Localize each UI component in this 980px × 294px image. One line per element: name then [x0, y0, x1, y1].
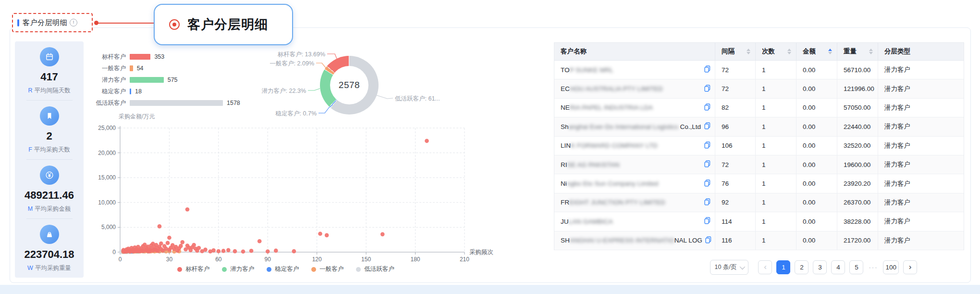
page-button-100[interactable]: 100 [883, 260, 899, 274]
sort-asc-icon[interactable] [828, 49, 832, 51]
svg-text:25,000: 25,000 [98, 125, 116, 131]
sort-control[interactable] [747, 49, 750, 54]
bar-segment[interactable] [130, 100, 223, 106]
table-row[interactable]: LINK FORWARD COMPANY LTD10610.0032520.00… [554, 137, 964, 155]
prev-page-button[interactable]: ‹ [758, 260, 772, 274]
sort-control[interactable] [787, 49, 791, 54]
name-clear-prefix: LIN [561, 142, 571, 149]
sort-desc-icon[interactable] [828, 52, 832, 54]
copy-icon[interactable] [704, 141, 710, 150]
page-button-1[interactable]: 1 [776, 260, 790, 274]
table-row[interactable]: JULAN GAMBICA11410.0038228.00潜力客户 [554, 212, 964, 231]
page-button-4[interactable]: 4 [831, 260, 845, 274]
name-blurred-part: P SUNKE MRL [570, 66, 613, 74]
section-title-box: 客户分层明细 ! [12, 13, 93, 32]
cell-times: 1 [756, 61, 796, 79]
info-icon[interactable]: ! [70, 19, 77, 26]
cell-amount: 0.00 [796, 155, 837, 174]
column-header-2[interactable]: 次数 [756, 43, 796, 60]
bar-segment[interactable] [130, 89, 131, 94]
table-row[interactable]: TOP SUNKE MRL7210.0056710.00潜力客户 [554, 61, 964, 79]
kpi-value: 223704.18 [24, 248, 74, 261]
bar-category-label: 标杆客户 [86, 53, 126, 61]
segment-donut-chart[interactable]: 2578 [320, 56, 379, 115]
cell-amount: 0.00 [796, 193, 837, 212]
kpi-label: F平均采购天数 [28, 146, 70, 154]
name-blurred-part: anghai Ever-Do International Logistics [569, 123, 678, 130]
table-row[interactable]: ECHOU AUSTRALIA PTY LIMITED7210.00121996… [554, 79, 964, 98]
sort-desc-icon[interactable] [869, 52, 873, 54]
table-row[interactable]: RISE AG PAKISTAN7210.0019600.00潜力客户 [554, 155, 964, 174]
column-header-label: 重量 [844, 47, 857, 56]
sort-control[interactable] [869, 49, 873, 54]
legend-item[interactable]: 潜力客户 [222, 265, 254, 273]
name-blurred-part: RIA PAPEL INDUSTRIA LDA [570, 104, 653, 111]
bar-segment[interactable] [130, 65, 133, 71]
legend-dot-icon [356, 267, 361, 272]
copy-icon[interactable] [704, 85, 710, 93]
next-page-button[interactable]: › [903, 260, 917, 274]
sort-asc-icon[interactable] [869, 49, 873, 51]
cell-times: 1 [756, 174, 796, 192]
copy-icon[interactable] [705, 236, 711, 245]
svg-text:30: 30 [166, 256, 173, 263]
sort-control[interactable] [828, 49, 832, 54]
column-header-name: 客户名称 [554, 43, 715, 60]
svg-text:5,000: 5,000 [101, 224, 116, 230]
customer-name-text: TOP SUNKE MRL [561, 66, 613, 74]
cell-interval: 76 [715, 174, 756, 192]
column-header-1[interactable]: 间隔 [715, 43, 756, 60]
copy-icon[interactable] [704, 122, 710, 131]
cell-segment-type: 潜力客户 [878, 212, 964, 230]
donut-slice-label: 低活跃客户: 61... [395, 95, 440, 103]
column-header-3[interactable]: 金额 [796, 43, 837, 60]
table-row[interactable]: Ningbo Eto Sun Company Limited7610.00239… [554, 174, 964, 193]
bar-segment[interactable] [130, 77, 164, 83]
bar-segment[interactable] [130, 54, 150, 60]
customer-name-text: RISE AG PAKISTAN [561, 161, 620, 168]
sort-desc-icon[interactable] [787, 52, 791, 54]
kpi-letter: R [28, 87, 32, 94]
cell-customer-name: LINK FORWARD COMPANY LTD [554, 137, 715, 155]
page-size-select[interactable]: 10 条/页 [710, 260, 749, 275]
cell-interval: 106 [715, 137, 756, 155]
kpi-letter: W [27, 265, 33, 271]
sort-desc-icon[interactable] [747, 52, 750, 54]
name-blurred-part: K FORWARD COMPANY LTD [571, 142, 658, 149]
cell-amount: 0.00 [796, 174, 837, 192]
table-row[interactable]: Shanghai Ever-Do International Logistics… [554, 117, 964, 136]
bar-row[interactable]: 标杆客户353 [86, 51, 375, 63]
scatter-series[interactable] [122, 139, 429, 254]
table-row[interactable]: SHANGHAI U-EXPRESS INTERNATIONAL LOG1161… [554, 231, 964, 250]
page-button-2[interactable]: 2 [795, 260, 808, 274]
column-header-4[interactable]: 重量 [837, 43, 878, 60]
legend-item[interactable]: 一般客户 [311, 265, 343, 273]
copy-icon[interactable] [704, 65, 710, 74]
copy-icon[interactable] [704, 217, 710, 226]
legend-item[interactable]: 低活跃客户 [356, 265, 394, 273]
more-pages-icon[interactable]: ··· [868, 264, 879, 271]
rfm-scatter-plot[interactable]: 采购金额/万元05,00010,00015,00020,00025,000030… [89, 111, 502, 279]
copy-icon[interactable] [704, 198, 710, 207]
copy-icon[interactable] [704, 160, 710, 169]
bar-value: 54 [137, 65, 144, 72]
sort-asc-icon[interactable] [747, 49, 750, 51]
kpi-letter: M [28, 205, 33, 212]
copy-icon[interactable] [704, 179, 710, 188]
chart-legend[interactable]: 标杆客户潜力客户稳定客户一般客户低活跃客户 [89, 265, 483, 273]
cell-weight: 22440.00 [837, 117, 878, 136]
legend-item[interactable]: 稳定客户 [267, 265, 299, 273]
page-button-3[interactable]: 3 [813, 260, 827, 274]
legend-dot-icon [267, 267, 271, 272]
column-header-label: 金额 [803, 47, 816, 56]
copy-icon[interactable] [704, 103, 710, 112]
sort-asc-icon[interactable] [787, 49, 791, 51]
table-row[interactable]: FREIGHT JUNCTION PTY LIMITED9210.0026370… [554, 193, 964, 212]
cell-weight: 23920.20 [837, 174, 878, 192]
page-button-5[interactable]: 5 [849, 260, 863, 274]
customer-table: 客户名称间隔次数金额重量分层类型TOP SUNKE MRL7210.005671… [554, 42, 964, 250]
table-row[interactable]: NERIA PAPEL INDUSTRIA LDA8210.0057050.00… [554, 99, 964, 117]
legend-item[interactable]: 标杆客户 [177, 265, 209, 273]
customer-name-text: NERIA PAPEL INDUSTRIA LDA [561, 104, 653, 111]
donut-slice-label: 一般客户: 2.09% [270, 60, 314, 68]
